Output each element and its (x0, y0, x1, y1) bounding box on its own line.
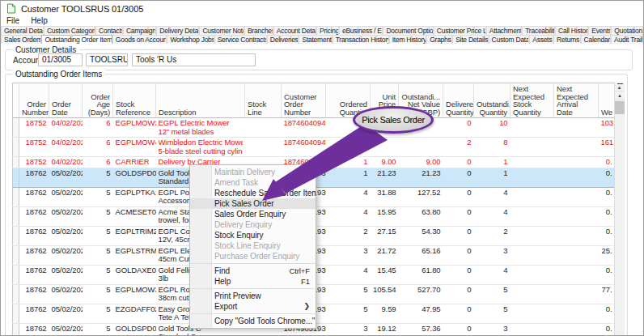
column-header-customer_order_number[interactable]: Customer Order Number (282, 83, 326, 118)
tab-returns[interactable]: Returns (553, 35, 580, 44)
row-selector[interactable] (13, 118, 19, 138)
menu-item-sales-order-enquiry[interactable]: Sales Order Enquiry (190, 209, 316, 219)
tab-audit-trail[interactable]: Audit Trail (611, 35, 643, 44)
account-name-field[interactable]: Tools 'R Us (132, 53, 256, 66)
cell-outstanding_qty: 8 (474, 138, 511, 157)
tab-outstanding-order-items[interactable]: Outstanding Order Items (41, 35, 112, 44)
column-header-order_age[interactable]: Order Age (Days) (83, 83, 113, 118)
row-selector[interactable] (13, 304, 19, 323)
cell-next_arrival (554, 168, 599, 187)
menu-item-pick-sales-order[interactable]: Pick Sales Order (190, 198, 316, 209)
row-selector[interactable] (13, 265, 19, 284)
tab-custom-data[interactable]: Custom Data (489, 35, 530, 44)
tab-delivery-details[interactable]: Delivery Details (156, 26, 199, 35)
cell-order_number: 18762 (19, 304, 49, 323)
row-selector[interactable] (13, 245, 19, 265)
tab-branches[interactable]: Branches (244, 26, 273, 35)
row-selector[interactable] (13, 206, 19, 226)
account-code-field[interactable]: 01/3005 (38, 53, 83, 66)
table-row[interactable]: 1875204/02/20266EGPLMOW2EGPL Electric Mo… (13, 118, 615, 138)
cell-delivered_qty: 0 (443, 284, 474, 304)
column-header-description[interactable]: Description (156, 83, 245, 118)
tab-deliveries[interactable]: Deliveries (267, 35, 299, 44)
window-title: Customer TOOLSRUS 01/3005 (21, 4, 143, 14)
row-selector[interactable] (13, 323, 19, 336)
cell-stock_ref: EZGDAFF02B (113, 304, 156, 323)
tab-events[interactable]: Events (588, 26, 611, 35)
row-selector[interactable] (13, 168, 19, 187)
cell-order_date: 04/02/2026 (49, 118, 83, 138)
tab-attachments[interactable]: Attachments (486, 26, 522, 35)
context-menu: Maintain DeliveryAmend TaskReschedule Sa… (189, 164, 316, 329)
cell-next_arrival (554, 265, 599, 284)
menu-item-find[interactable]: FindCtrl+F (190, 266, 316, 276)
menu-item-reschedule-sales-order-items[interactable]: Reschedule Sales Order Items (190, 188, 316, 198)
cell-order_date: 05/02/2026 (49, 265, 83, 284)
tab-transaction-history[interactable]: Transaction History (333, 35, 389, 44)
tab-quotations[interactable]: Quotations (611, 26, 643, 35)
row-selector[interactable] (13, 138, 19, 157)
menu-item-copy-gold-tools-chrome[interactable]: Copy "Gold Tools Chrome..." (190, 316, 316, 326)
tab-account-details[interactable]: Account Details (273, 26, 316, 35)
cell-next_stock_qty (511, 138, 554, 157)
tab-general-details[interactable]: General Details (1, 26, 44, 35)
tab-pricing[interactable]: Pricing (316, 26, 339, 35)
menu-item-print-preview[interactable]: Print Preview (190, 291, 316, 301)
cell-unit_price: 9.59 (371, 304, 399, 323)
tab-statement[interactable]: Statement (299, 35, 332, 44)
column-header-order_date[interactable]: Order Date (49, 83, 83, 118)
menu-item-stock-enquiry[interactable]: Stock Enquiry (190, 230, 316, 240)
menu-file[interactable]: File (1, 16, 25, 26)
cell-next_stock_qty (511, 157, 554, 168)
cell-next_stock_qty (511, 265, 554, 284)
tab-customer-price-list[interactable]: Customer Price List (434, 26, 486, 35)
tab-goods-on-account[interactable]: Goods on Account (112, 35, 167, 44)
callout-label: Pick Sales Order (362, 115, 425, 125)
tab-call-history[interactable]: Call History (555, 26, 588, 35)
menu-help[interactable]: Help (25, 16, 53, 26)
tab-traceability[interactable]: Traceability (522, 26, 555, 35)
column-header-outstanding_qty[interactable]: Outstandi... Quantity (474, 83, 511, 118)
app-icon (6, 3, 16, 14)
account-short-name-field[interactable]: TOOLSRUS (86, 53, 128, 66)
tab-site-details[interactable]: Site Details (452, 35, 488, 44)
menu-item-export[interactable]: Export❯ (190, 301, 316, 312)
cell-order_age: 5 (83, 187, 113, 206)
cell-stock_line (245, 118, 282, 138)
tab-document-options[interactable]: Document Options (383, 26, 433, 35)
tab-item-history[interactable]: Item History (389, 35, 427, 44)
scrollbar-thumb[interactable] (615, 101, 625, 114)
tab-sales-orders[interactable]: Sales Orders (1, 35, 41, 44)
row-selector[interactable] (13, 284, 19, 304)
tab-workshop-jobs[interactable]: Workshop Jobs (167, 35, 214, 44)
column-header-delivered_qty[interactable]: Delivered Quantity (443, 83, 474, 118)
cell-next_arrival (554, 304, 599, 323)
tab-ebusiness-edi[interactable]: eBusiness / EDI (339, 26, 383, 35)
column-header-next_stock_qty[interactable]: Next Expected Stock Quantity (511, 83, 554, 118)
column-header-stock_line[interactable]: Stock Line (245, 83, 282, 118)
row-selector[interactable] (13, 187, 19, 206)
cell-net_value: 65.16 (399, 245, 443, 265)
cell-order_date: 05/02/2026 (49, 323, 83, 336)
tab-contacts[interactable]: Contacts (95, 26, 123, 35)
tab-campaigns[interactable]: Campaigns (123, 26, 156, 35)
scroll-to-top-button[interactable]: ▲ (615, 83, 625, 91)
tab-assets[interactable]: Assets (529, 35, 553, 44)
cell-ordered_qty: 3 (326, 323, 371, 336)
tab-graphs[interactable]: Graphs (426, 35, 452, 44)
vertical-scrollbar[interactable]: ▲ ▲ (614, 83, 625, 336)
tab-calendar[interactable]: Calendar (581, 35, 612, 44)
tab-customer-notes[interactable]: Customer Notes (199, 26, 244, 35)
tab-service-contracts[interactable]: Service Contracts (214, 35, 267, 44)
scroll-up-button[interactable]: ▲ (615, 91, 625, 100)
column-header-next_arrival[interactable]: Next Expected Arrival Date (554, 83, 599, 118)
table-row[interactable]: 1875204/02/20266EGPLMOW4Wimbledon Electr… (13, 138, 615, 157)
row-selector[interactable] (13, 226, 19, 245)
column-header-order_number[interactable]: Order Number (19, 83, 49, 118)
column-header-stock_ref[interactable]: Stock Reference (113, 83, 156, 118)
row-selector[interactable] (13, 157, 19, 168)
tab-custom-categories[interactable]: Custom Categories (44, 26, 95, 35)
cell-weight: 0. (599, 226, 615, 245)
column-header-weight[interactable]: We (599, 83, 615, 118)
menu-item-help[interactable]: HelpF1 (190, 276, 316, 287)
